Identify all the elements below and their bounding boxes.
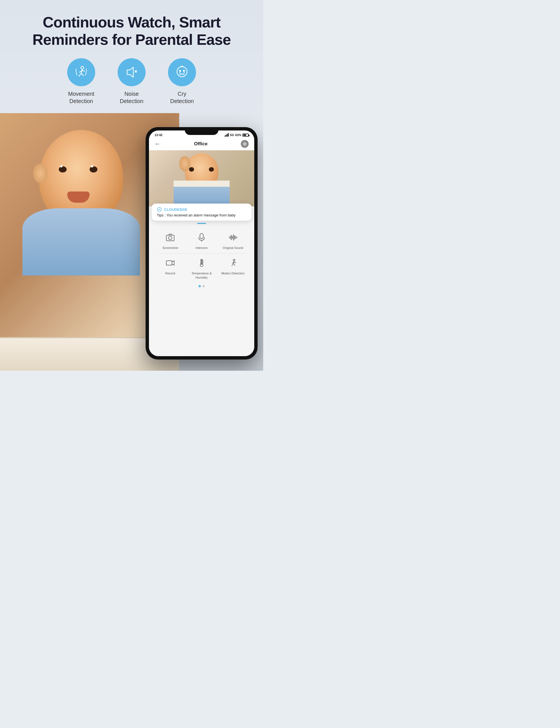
record-control[interactable]: Record (158, 257, 183, 279)
svg-line-38 (234, 263, 235, 265)
motion-detection-icon-wrapper (227, 257, 239, 269)
notification-message: Tips : You received an alarm message fro… (157, 213, 246, 217)
brand-label: CLOUDEDGE (157, 207, 246, 212)
indicator-bar (149, 221, 254, 225)
controls-row-1: Screenshot Interco (155, 228, 249, 253)
cry-icon (175, 65, 189, 80)
svg-point-15 (169, 236, 172, 240)
original-sound-icon-wrapper (227, 231, 239, 244)
brand-name: CLOUDEDGE (164, 207, 187, 212)
svg-line-37 (232, 263, 234, 266)
screenshot-icon-wrapper (164, 231, 176, 244)
noise-icon (124, 65, 139, 80)
battery-icon (242, 134, 249, 137)
mic-icon (197, 233, 206, 242)
controls-grid: Screenshot Interco (149, 225, 254, 356)
nav-bar: ← Office (149, 138, 254, 150)
temp-humidity-icon-wrapper (195, 257, 208, 269)
svg-line-36 (234, 262, 236, 263)
noise-circle (118, 58, 146, 86)
thermometer-icon (197, 258, 206, 267)
dot-1 (199, 285, 201, 287)
svg-marker-27 (172, 261, 174, 265)
battery-level: 63% (235, 133, 241, 137)
noise-label: NoiseDetection (120, 90, 144, 105)
phone-frame: 13:42 5G 63% (146, 127, 258, 360)
original-sound-label: Original Sound (223, 246, 243, 250)
motion-icon (228, 258, 237, 267)
phone-container: 13:42 5G 63% (140, 127, 263, 368)
movement-icon (74, 65, 88, 80)
feature-noise: NoiseDetection (118, 58, 146, 105)
motion-detection-label: Motion Detection (221, 271, 245, 275)
motion-detection-control[interactable]: Motion Detection (220, 257, 246, 279)
svg-point-11 (183, 70, 185, 71)
screenshot-control[interactable]: Screenshot (158, 231, 183, 250)
temp-humidity-control[interactable]: Temperature &Humidity (189, 257, 214, 279)
controls-row-2: Record (155, 253, 249, 283)
svg-point-9 (177, 67, 187, 77)
camera-icon (166, 233, 175, 242)
settings-button[interactable] (241, 140, 249, 148)
record-icon-wrapper (164, 257, 176, 269)
svg-marker-6 (127, 67, 133, 77)
page-wrapper: Continuous Watch, Smart Reminders for Pa… (0, 0, 263, 371)
feature-cry: CryDetection (168, 58, 196, 105)
record-label: Record (165, 271, 175, 275)
signal-icon (225, 133, 229, 137)
bottom-section: 13:42 5G 63% (0, 113, 263, 371)
intercom-control[interactable]: Intercom (189, 231, 214, 250)
notification-popup: CLOUDEDGE Tips : You received an alarm m… (152, 204, 251, 221)
page-title: Continuous Watch, Smart Reminders for Pa… (17, 13, 246, 48)
nav-title: Office (194, 141, 207, 147)
original-sound-control[interactable]: Original Sound (220, 231, 246, 250)
features-row: MovementDetection NoiseDetection (17, 58, 246, 105)
status-time: 13:42 (155, 133, 162, 137)
svg-line-4 (79, 73, 81, 76)
movement-circle (67, 58, 95, 86)
top-section: Continuous Watch, Smart Reminders for Pa… (0, 0, 263, 113)
svg-rect-16 (200, 234, 203, 239)
camera-feed (149, 150, 254, 206)
back-button[interactable]: ← (155, 140, 161, 148)
screenshot-label: Screenshot (162, 246, 178, 250)
svg-line-5 (81, 73, 83, 76)
cry-label: CryDetection (170, 90, 194, 105)
movement-label: MovementDetection (68, 90, 94, 105)
temp-humidity-label: Temperature &Humidity (192, 271, 212, 279)
gear-icon (242, 142, 247, 146)
cry-circle (168, 58, 196, 86)
dot-2 (202, 285, 205, 287)
page-dots (155, 283, 249, 291)
intercom-label: Intercom (196, 246, 208, 250)
sound-wave-icon (228, 233, 237, 242)
video-icon (166, 258, 175, 267)
indicator-dot (197, 223, 206, 224)
svg-point-10 (179, 70, 181, 71)
cloudedge-icon (157, 207, 162, 212)
phone-notch (185, 127, 218, 135)
svg-point-0 (81, 66, 84, 69)
svg-point-12 (244, 143, 246, 145)
network-type: 5G (230, 133, 234, 137)
feature-movement: MovementDetection (67, 58, 95, 105)
phone-screen: 13:42 5G 63% (149, 130, 254, 356)
intercom-icon-wrapper (195, 231, 208, 244)
status-right: 5G 63% (225, 133, 249, 137)
svg-rect-26 (166, 261, 172, 265)
